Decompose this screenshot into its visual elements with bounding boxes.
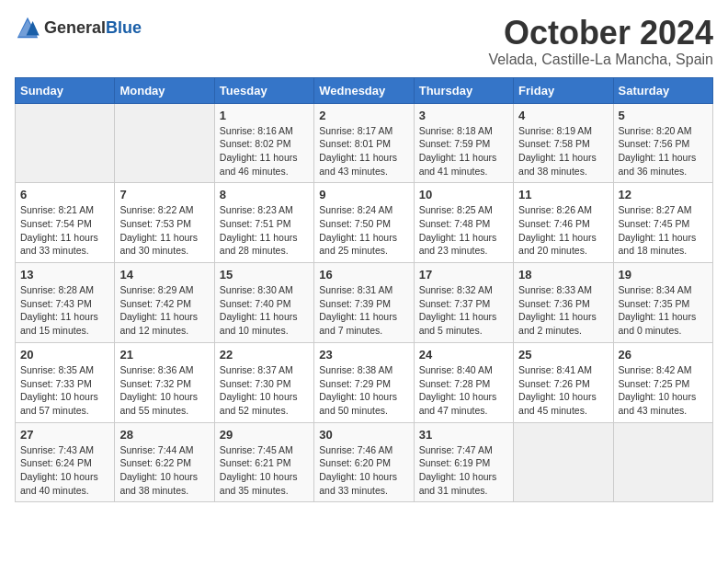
calendar-cell: 22Sunrise: 8:37 AMSunset: 7:30 PMDayligh… xyxy=(214,342,313,422)
calendar-cell: 7Sunrise: 8:22 AMSunset: 7:53 PMDaylight… xyxy=(115,183,214,263)
day-number: 27 xyxy=(20,428,109,442)
day-number: 13 xyxy=(20,268,109,282)
weekday-header-row: Sunday Monday Tuesday Wednesday Thursday… xyxy=(16,77,713,103)
logo-icon xyxy=(15,15,40,40)
day-number: 5 xyxy=(619,109,708,122)
day-number: 2 xyxy=(319,109,408,122)
header-sunday: Sunday xyxy=(16,77,115,103)
calendar-week-1: 6Sunrise: 8:21 AMSunset: 7:54 PMDaylight… xyxy=(16,183,713,263)
header-saturday: Saturday xyxy=(613,77,712,103)
logo-blue: Blue xyxy=(106,19,142,36)
day-detail: Sunrise: 8:29 AMSunset: 7:42 PMDaylight:… xyxy=(119,283,209,338)
calendar-cell: 19Sunrise: 8:34 AMSunset: 7:35 PMDayligh… xyxy=(613,263,712,343)
day-number: 17 xyxy=(419,268,508,282)
day-number: 29 xyxy=(220,428,309,442)
calendar-cell: 9Sunrise: 8:24 AMSunset: 7:50 PMDaylight… xyxy=(314,183,414,263)
header-friday: Friday xyxy=(514,77,613,103)
day-detail: Sunrise: 8:30 AMSunset: 7:40 PMDaylight:… xyxy=(220,283,309,338)
calendar-cell: 26Sunrise: 8:42 AMSunset: 7:25 PMDayligh… xyxy=(613,342,712,422)
calendar-cell: 29Sunrise: 7:45 AMSunset: 6:21 PMDayligh… xyxy=(214,422,313,502)
calendar-cell: 21Sunrise: 8:36 AMSunset: 7:32 PMDayligh… xyxy=(115,342,214,422)
calendar-cell: 16Sunrise: 8:31 AMSunset: 7:39 PMDayligh… xyxy=(314,263,414,343)
day-number: 18 xyxy=(518,268,608,282)
day-detail: Sunrise: 7:44 AMSunset: 6:22 PMDaylight:… xyxy=(119,443,209,498)
day-detail: Sunrise: 8:38 AMSunset: 7:29 PMDaylight:… xyxy=(319,363,408,418)
day-number: 25 xyxy=(518,348,608,362)
calendar-cell: 31Sunrise: 7:47 AMSunset: 6:19 PMDayligh… xyxy=(414,422,513,502)
calendar-week-4: 27Sunrise: 7:43 AMSunset: 6:24 PMDayligh… xyxy=(16,422,713,502)
day-number: 26 xyxy=(619,348,708,362)
calendar-cell xyxy=(613,422,712,502)
calendar-cell: 6Sunrise: 8:21 AMSunset: 7:54 PMDaylight… xyxy=(16,183,115,263)
day-detail: Sunrise: 8:36 AMSunset: 7:32 PMDaylight:… xyxy=(119,363,209,418)
day-number: 30 xyxy=(319,428,408,442)
calendar-cell: 28Sunrise: 7:44 AMSunset: 6:22 PMDayligh… xyxy=(115,422,214,502)
day-detail: Sunrise: 8:17 AMSunset: 8:01 PMDaylight:… xyxy=(319,124,408,178)
logo-text: General Blue xyxy=(44,19,142,36)
calendar-cell: 30Sunrise: 7:46 AMSunset: 6:20 PMDayligh… xyxy=(314,422,414,502)
day-detail: Sunrise: 8:37 AMSunset: 7:30 PMDaylight:… xyxy=(220,363,309,418)
calendar-cell: 8Sunrise: 8:23 AMSunset: 7:51 PMDaylight… xyxy=(214,183,313,263)
calendar-table: Sunday Monday Tuesday Wednesday Thursday… xyxy=(15,77,713,503)
day-number: 28 xyxy=(119,428,209,442)
day-detail: Sunrise: 8:23 AMSunset: 7:51 PMDaylight:… xyxy=(220,203,309,258)
calendar-cell: 4Sunrise: 8:19 AMSunset: 7:58 PMDaylight… xyxy=(514,103,613,183)
calendar-cell: 25Sunrise: 8:41 AMSunset: 7:26 PMDayligh… xyxy=(514,342,613,422)
day-number: 21 xyxy=(119,348,209,362)
day-detail: Sunrise: 8:25 AMSunset: 7:48 PMDaylight:… xyxy=(419,203,508,258)
day-detail: Sunrise: 7:43 AMSunset: 6:24 PMDaylight:… xyxy=(20,443,109,498)
day-detail: Sunrise: 7:46 AMSunset: 6:20 PMDaylight:… xyxy=(319,443,408,498)
day-number: 3 xyxy=(419,109,508,122)
calendar-week-0: 1Sunrise: 8:16 AMSunset: 8:02 PMDaylight… xyxy=(16,103,713,183)
calendar-cell: 18Sunrise: 8:33 AMSunset: 7:36 PMDayligh… xyxy=(514,263,613,343)
month-title: October 2024 xyxy=(488,15,713,52)
day-number: 24 xyxy=(419,348,508,362)
calendar-cell: 12Sunrise: 8:27 AMSunset: 7:45 PMDayligh… xyxy=(613,183,712,263)
day-detail: Sunrise: 8:35 AMSunset: 7:33 PMDaylight:… xyxy=(20,363,109,418)
day-detail: Sunrise: 8:28 AMSunset: 7:43 PMDaylight:… xyxy=(20,283,109,338)
calendar-cell: 15Sunrise: 8:30 AMSunset: 7:40 PMDayligh… xyxy=(214,263,313,343)
calendar-cell: 10Sunrise: 8:25 AMSunset: 7:48 PMDayligh… xyxy=(414,183,513,263)
day-detail: Sunrise: 8:24 AMSunset: 7:50 PMDaylight:… xyxy=(319,203,408,258)
day-number: 1 xyxy=(220,109,309,122)
calendar-cell: 13Sunrise: 8:28 AMSunset: 7:43 PMDayligh… xyxy=(16,263,115,343)
header-monday: Monday xyxy=(115,77,214,103)
calendar-cell: 27Sunrise: 7:43 AMSunset: 6:24 PMDayligh… xyxy=(16,422,115,502)
header-thursday: Thursday xyxy=(414,77,513,103)
day-number: 8 xyxy=(220,188,309,201)
day-detail: Sunrise: 8:26 AMSunset: 7:46 PMDaylight:… xyxy=(518,203,608,258)
day-detail: Sunrise: 8:22 AMSunset: 7:53 PMDaylight:… xyxy=(119,203,209,258)
day-detail: Sunrise: 7:47 AMSunset: 6:19 PMDaylight:… xyxy=(419,443,508,498)
calendar-week-3: 20Sunrise: 8:35 AMSunset: 7:33 PMDayligh… xyxy=(16,342,713,422)
day-number: 31 xyxy=(419,428,508,442)
day-number: 6 xyxy=(20,188,109,201)
calendar-cell: 23Sunrise: 8:38 AMSunset: 7:29 PMDayligh… xyxy=(314,342,414,422)
day-detail: Sunrise: 8:34 AMSunset: 7:35 PMDaylight:… xyxy=(619,283,708,338)
day-detail: Sunrise: 8:33 AMSunset: 7:36 PMDaylight:… xyxy=(518,283,608,338)
calendar-cell: 17Sunrise: 8:32 AMSunset: 7:37 PMDayligh… xyxy=(414,263,513,343)
calendar-cell: 11Sunrise: 8:26 AMSunset: 7:46 PMDayligh… xyxy=(514,183,613,263)
calendar-week-2: 13Sunrise: 8:28 AMSunset: 7:43 PMDayligh… xyxy=(16,263,713,343)
day-detail: Sunrise: 8:16 AMSunset: 8:02 PMDaylight:… xyxy=(220,124,309,178)
header-tuesday: Tuesday xyxy=(214,77,313,103)
day-detail: Sunrise: 8:31 AMSunset: 7:39 PMDaylight:… xyxy=(319,283,408,338)
day-number: 10 xyxy=(419,188,508,201)
day-number: 16 xyxy=(319,268,408,282)
calendar-cell: 3Sunrise: 8:18 AMSunset: 7:59 PMDaylight… xyxy=(414,103,513,183)
logo-general: General xyxy=(44,19,106,36)
day-detail: Sunrise: 8:32 AMSunset: 7:37 PMDaylight:… xyxy=(419,283,508,338)
day-number: 20 xyxy=(20,348,109,362)
day-number: 4 xyxy=(518,109,608,122)
day-number: 15 xyxy=(220,268,309,282)
calendar-cell xyxy=(16,103,115,183)
day-detail: Sunrise: 8:21 AMSunset: 7:54 PMDaylight:… xyxy=(20,203,109,258)
logo: General Blue xyxy=(15,15,142,40)
calendar-cell xyxy=(115,103,214,183)
location-subtitle: Velada, Castille-La Mancha, Spain xyxy=(488,52,713,68)
day-number: 14 xyxy=(119,268,209,282)
calendar-cell: 2Sunrise: 8:17 AMSunset: 8:01 PMDaylight… xyxy=(314,103,414,183)
calendar-cell: 1Sunrise: 8:16 AMSunset: 8:02 PMDaylight… xyxy=(214,103,313,183)
day-detail: Sunrise: 8:40 AMSunset: 7:28 PMDaylight:… xyxy=(419,363,508,418)
day-detail: Sunrise: 8:42 AMSunset: 7:25 PMDaylight:… xyxy=(619,363,708,418)
calendar-cell: 20Sunrise: 8:35 AMSunset: 7:33 PMDayligh… xyxy=(16,342,115,422)
